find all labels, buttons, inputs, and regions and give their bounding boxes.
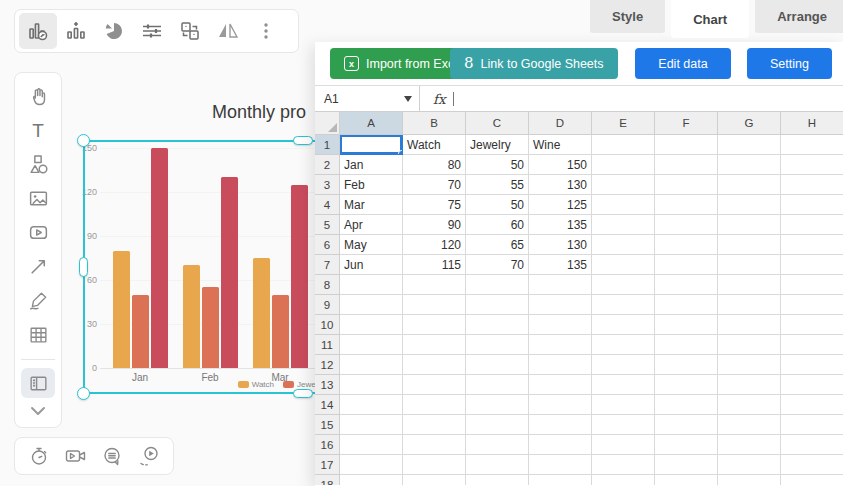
cell-B11[interactable] [403, 335, 466, 355]
cell-E14[interactable] [592, 395, 655, 415]
bar-watch-jan[interactable] [113, 251, 130, 368]
cell-H12[interactable] [781, 355, 843, 375]
cell-G18[interactable] [718, 475, 781, 485]
row-header-16[interactable]: 16 [315, 435, 340, 455]
pie-chart-button[interactable] [95, 13, 133, 49]
bar-jewelry-mar[interactable] [272, 295, 289, 368]
record-video-button[interactable] [61, 441, 91, 471]
row-header-10[interactable]: 10 [315, 315, 340, 335]
cell-H5[interactable] [781, 215, 843, 235]
cell-G8[interactable] [718, 275, 781, 295]
cell-H10[interactable] [781, 315, 843, 335]
row-header-1[interactable]: 1 [315, 135, 340, 155]
row-header-7[interactable]: 7 [315, 255, 340, 275]
cell-F16[interactable] [655, 435, 718, 455]
cell-C8[interactable] [466, 275, 529, 295]
row-header-8[interactable]: 8 [315, 275, 340, 295]
cell-A10[interactable] [340, 315, 403, 335]
tab-chart[interactable]: Chart [671, 0, 749, 38]
cell-C17[interactable] [466, 455, 529, 475]
present-play-button[interactable] [134, 441, 164, 471]
cell-E7[interactable] [592, 255, 655, 275]
cell-D4[interactable]: 125 [529, 195, 592, 215]
cell-D3[interactable]: 130 [529, 175, 592, 195]
column-header-A[interactable]: A [340, 112, 403, 135]
cell-C16[interactable] [466, 435, 529, 455]
cell-G15[interactable] [718, 415, 781, 435]
text-tool-button[interactable]: T [21, 115, 55, 145]
cell-G4[interactable] [718, 195, 781, 215]
cell-G12[interactable] [718, 355, 781, 375]
row-header-6[interactable]: 6 [315, 235, 340, 255]
row-header-2[interactable]: 2 [315, 155, 340, 175]
cell-E10[interactable] [592, 315, 655, 335]
row-header-3[interactable]: 3 [315, 175, 340, 195]
cell-A18[interactable] [340, 475, 403, 485]
cell-F14[interactable] [655, 395, 718, 415]
cell-H9[interactable] [781, 295, 843, 315]
edit-chart-button[interactable] [19, 13, 57, 49]
cell-F6[interactable] [655, 235, 718, 255]
cell-B8[interactable] [403, 275, 466, 295]
row-header-4[interactable]: 4 [315, 195, 340, 215]
bar-watch-feb[interactable] [183, 265, 200, 368]
cell-F4[interactable] [655, 195, 718, 215]
cell-A2[interactable]: Jan [340, 155, 403, 175]
cell-H2[interactable] [781, 155, 843, 175]
row-header-9[interactable]: 9 [315, 295, 340, 315]
column-header-E[interactable]: E [592, 112, 655, 135]
image-tool-button[interactable] [21, 183, 55, 213]
cell-B9[interactable] [403, 295, 466, 315]
cell-C12[interactable] [466, 355, 529, 375]
cell-H14[interactable] [781, 395, 843, 415]
cell-H7[interactable] [781, 255, 843, 275]
chart-data-panel-button[interactable] [21, 368, 55, 398]
cell-D15[interactable] [529, 415, 592, 435]
hand-tool-button[interactable] [21, 81, 55, 111]
cell-G9[interactable] [718, 295, 781, 315]
column-header-F[interactable]: F [655, 112, 718, 135]
cell-E11[interactable] [592, 335, 655, 355]
cell-G3[interactable] [718, 175, 781, 195]
timer-button[interactable] [24, 441, 54, 471]
cell-A7[interactable]: Jun [340, 255, 403, 275]
cell-A6[interactable]: May [340, 235, 403, 255]
cell-H1[interactable] [781, 135, 843, 155]
cell-E2[interactable] [592, 155, 655, 175]
table-tool-button[interactable] [21, 319, 55, 349]
cell-D12[interactable] [529, 355, 592, 375]
cell-D18[interactable] [529, 475, 592, 485]
cell-A8[interactable] [340, 275, 403, 295]
cell-C15[interactable] [466, 415, 529, 435]
tab-style[interactable]: Style [590, 0, 665, 33]
more-menu-button[interactable] [247, 13, 285, 49]
cell-G10[interactable] [718, 315, 781, 335]
cell-C13[interactable] [466, 375, 529, 395]
cell-B5[interactable]: 90 [403, 215, 466, 235]
cell-D10[interactable] [529, 315, 592, 335]
cell-E4[interactable] [592, 195, 655, 215]
row-header-18[interactable]: 18 [315, 475, 340, 485]
column-header-B[interactable]: B [403, 112, 466, 135]
video-tool-button[interactable] [21, 217, 55, 247]
cell-H8[interactable] [781, 275, 843, 295]
cell-B6[interactable]: 120 [403, 235, 466, 255]
cell-E12[interactable] [592, 355, 655, 375]
cell-D5[interactable]: 135 [529, 215, 592, 235]
cell-E5[interactable] [592, 215, 655, 235]
bar-wine-feb[interactable] [221, 177, 238, 368]
cell-C18[interactable] [466, 475, 529, 485]
cell-B10[interactable] [403, 315, 466, 335]
cell-A3[interactable]: Feb [340, 175, 403, 195]
cell-F11[interactable] [655, 335, 718, 355]
cell-G11[interactable] [718, 335, 781, 355]
cell-D8[interactable] [529, 275, 592, 295]
replace-chart-button[interactable] [171, 13, 209, 49]
cell-A1[interactable] [340, 135, 403, 155]
cell-D2[interactable]: 150 [529, 155, 592, 175]
cell-D6[interactable]: 130 [529, 235, 592, 255]
cell-A4[interactable]: Mar [340, 195, 403, 215]
column-header-C[interactable]: C [466, 112, 529, 135]
cell-D9[interactable] [529, 295, 592, 315]
flip-chart-button[interactable] [209, 13, 247, 49]
